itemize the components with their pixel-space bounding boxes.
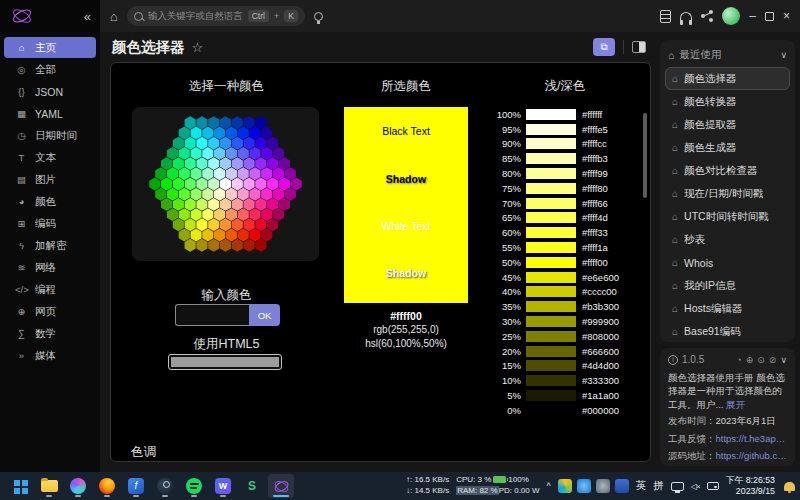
hex-color-cell[interactable] [220,116,231,129]
toggle-panel-button[interactable] [632,41,646,53]
hex-color-cell[interactable] [196,137,207,150]
hex-color-cell[interactable] [232,198,243,211]
user-avatar[interactable] [722,7,740,25]
hex-color-cell[interactable] [173,157,184,170]
sidebar-item[interactable]: </> 编程 [4,279,96,300]
hex-color-cell[interactable] [220,218,231,231]
hex-color-cell[interactable] [220,198,231,211]
hex-color-cell[interactable] [214,188,225,201]
collapse-sidebar-button[interactable]: « [84,9,91,24]
hex-color-cell[interactable] [243,178,254,191]
taskbar-app-button[interactable] [36,474,62,498]
ime-pinyin-indicator[interactable]: 拼 [653,479,664,493]
hex-color-cell[interactable] [232,137,243,150]
tray-cloud-icon[interactable] [577,479,591,493]
support-button[interactable] [680,12,692,21]
recent-item[interactable]: ⌂ Whois [665,251,790,274]
hex-color-cell[interactable] [243,218,254,231]
hex-color-cell[interactable] [279,157,290,170]
hex-color-cell[interactable] [173,137,184,150]
hex-color-cell[interactable] [214,208,225,221]
sidebar-item[interactable]: ϟ 加解密 [4,235,96,256]
hex-color-cell[interactable] [261,127,272,140]
sidebar-item[interactable]: ∑ 数学 [4,323,96,344]
hex-color-cell[interactable] [238,229,249,242]
copy-tool-button[interactable]: ⧉ [593,38,615,56]
hex-color-cell[interactable] [190,147,201,160]
hex-color-cell[interactable] [179,229,190,242]
sidebar-item[interactable]: T 文本 [4,147,96,168]
search-input[interactable]: 输入关键字或自然语言进... Ctrl + K [127,6,305,26]
sidebar-item[interactable]: ⊞ 编码 [4,213,96,234]
hex-color-cell[interactable] [173,178,184,191]
hex-color-cell[interactable] [232,218,243,231]
hex-color-cell[interactable] [208,198,219,211]
hex-color-cell[interactable] [232,157,243,170]
hex-color-cell[interactable] [214,147,225,160]
recent-item[interactable]: ⌂ Hosts编辑器 [665,297,790,320]
hex-color-cell[interactable] [226,188,237,201]
hex-color-cell[interactable] [185,218,196,231]
hex-color-cell[interactable] [249,147,260,160]
hex-color-cell[interactable] [285,188,296,201]
sidebar-item[interactable]: ▤ 图片 [4,169,96,190]
hex-color-cell[interactable] [267,198,278,211]
hex-color-cell[interactable] [202,167,213,180]
hex-color-cell[interactable] [190,188,201,201]
hex-color-cell[interactable] [291,178,302,191]
chevron-down-icon[interactable]: ∨ [780,355,787,365]
hex-color-cell[interactable] [208,137,219,150]
recent-item[interactable]: ⌂ 颜色提取器 [665,113,790,136]
hidden-icons-chevron[interactable]: ^ [547,481,551,491]
chevron-down-icon[interactable]: ∨ [780,50,787,60]
taskbar-app-button[interactable] [7,474,33,498]
hex-color-cell[interactable] [267,137,278,150]
hex-color-cell[interactable] [255,198,266,211]
github-icon[interactable]: ⊙ [757,355,765,365]
hex-color-cell[interactable] [196,239,207,252]
hex-color-cell[interactable] [238,167,249,180]
hex-color-cell[interactable] [190,167,201,180]
recent-item[interactable]: ⌂ 颜色生成器 [665,136,790,159]
hex-color-cell[interactable] [226,229,237,242]
hex-color-cell[interactable] [208,157,219,170]
recent-item[interactable]: ⌂ 秒表 [665,228,790,251]
hex-color-cell[interactable] [208,178,219,191]
color-text-input[interactable] [175,304,249,326]
hex-color-cell[interactable] [243,116,254,129]
vertical-scrollbar[interactable] [643,113,647,198]
info-row-value[interactable]: https://github.com... [716,450,788,463]
hex-color-cell[interactable] [226,147,237,160]
info-row-value[interactable]: 2023年6月1日 [716,415,776,428]
hex-color-cell[interactable] [155,167,166,180]
hex-color-cell[interactable] [220,137,231,150]
hex-color-cell[interactable] [167,188,178,201]
hex-color-cell[interactable] [243,239,254,252]
recent-item[interactable]: ⌂ UTC时间转时间戳 [665,205,790,228]
taskbar-app-button[interactable] [152,474,178,498]
tray-color-icon[interactable] [558,479,572,493]
hex-color-cell[interactable] [179,188,190,201]
hex-color-cell[interactable] [208,218,219,231]
hex-color-cell[interactable] [255,178,266,191]
hex-color-cell[interactable] [255,239,266,252]
hex-color-cell[interactable] [185,198,196,211]
hex-color-cell[interactable] [185,137,196,150]
expand-link[interactable]: 展开 [726,399,745,410]
hex-color-cell[interactable] [238,127,249,140]
recent-item[interactable]: ⌂ 颜色对比检查器 [665,159,790,182]
taskbar-app-button[interactable] [181,474,207,498]
close-button[interactable]: × [783,9,790,23]
hex-color-cell[interactable] [173,198,184,211]
hex-color-cell[interactable] [196,178,207,191]
hex-color-cell[interactable] [285,167,296,180]
minimize-button[interactable]: – [749,9,756,23]
hex-color-cell[interactable] [279,198,290,211]
recent-header[interactable]: ⌂ 最近使用 ∨ [665,45,790,67]
hex-color-cell[interactable] [179,167,190,180]
hex-color-cell[interactable] [196,157,207,170]
sidebar-item[interactable]: ⌂ 主页 [4,37,96,58]
taskbar-app-button[interactable] [65,474,91,498]
hex-color-cell[interactable] [273,167,284,180]
html5-color-input[interactable] [168,354,282,370]
